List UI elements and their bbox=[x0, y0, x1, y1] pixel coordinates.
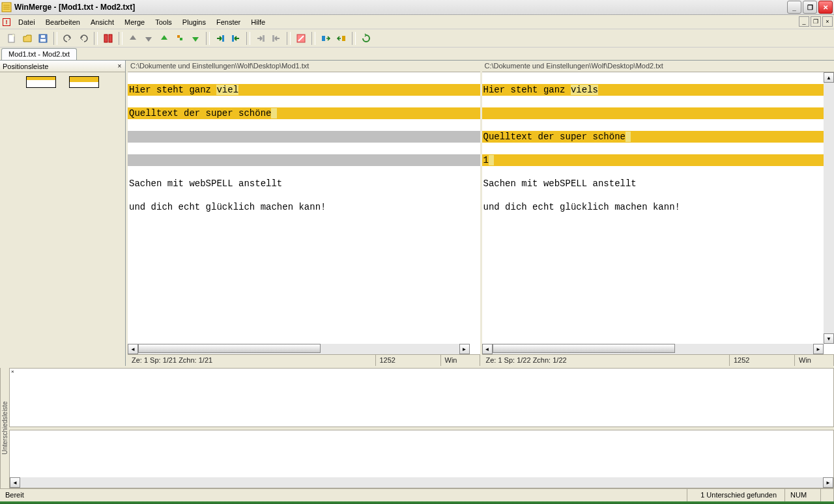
right-line-2: Quelltext der super schöne bbox=[483, 132, 626, 142]
right-line-3: Sachen mit webSPELL anstellt bbox=[482, 178, 835, 189]
right-hscroll-left-icon[interactable]: ◄ bbox=[482, 344, 493, 354]
app-icon bbox=[1, 2, 12, 12]
diff-detail-bottom[interactable]: ◄ ► bbox=[9, 430, 834, 489]
left-stat-cp: 1252 bbox=[376, 355, 441, 366]
diff-flag-icon[interactable] bbox=[173, 31, 187, 46]
left-statusbar: Ze: 1 Sp: 1/21 Zchn: 1/21 1252 Win bbox=[128, 354, 480, 366]
menu-plugins[interactable]: Plugins bbox=[177, 16, 211, 28]
undo-icon[interactable] bbox=[61, 31, 75, 46]
document-tab[interactable]: Mod1.txt - Mod2.txt bbox=[1, 48, 77, 60]
save-icon[interactable] bbox=[36, 31, 50, 46]
diff-down-icon[interactable] bbox=[141, 31, 156, 46]
status-ready: Bereit bbox=[0, 489, 687, 501]
right-vscroll-up-icon[interactable]: ▲ bbox=[824, 72, 834, 83]
left-path: C:\Dokumente und Einstellungen\Wolf\Desk… bbox=[128, 61, 480, 72]
svg-rect-13 bbox=[272, 35, 274, 42]
right-stat-pos: Ze: 1 Sp: 1/22 Zchn: 1/22 bbox=[482, 355, 730, 366]
copy-right-gray-icon[interactable] bbox=[253, 31, 268, 46]
left-hscroll-left-icon[interactable]: ◄ bbox=[128, 344, 138, 354]
menu-tools[interactable]: Tools bbox=[150, 16, 177, 28]
new-document-icon[interactable] bbox=[5, 31, 19, 46]
toolbar bbox=[0, 29, 834, 48]
workarea: Positionsleiste × C:\Dokumente und Einst… bbox=[0, 61, 834, 366]
diff-detail-hscrollbar[interactable]: ◄ ► bbox=[10, 477, 833, 488]
document-tabstrip: Mod1.txt - Mod2.txt bbox=[0, 48, 834, 61]
options-icon[interactable] bbox=[294, 31, 308, 46]
split-vertical-icon[interactable] bbox=[101, 31, 115, 46]
right-hscrollbar[interactable]: ◄ ► bbox=[482, 344, 824, 354]
left-line-1a: Hier steht ganz bbox=[129, 85, 216, 95]
diff-detail-close-icon[interactable]: × bbox=[11, 369, 18, 375]
location-panel-title: Positionsleiste bbox=[3, 63, 48, 70]
menu-fenster[interactable]: Fenster bbox=[211, 16, 246, 28]
diff-detail-hscroll-right-icon[interactable]: ► bbox=[823, 477, 833, 488]
compare-panes: C:\Dokumente und Einstellungen\Wolf\Desk… bbox=[126, 61, 834, 366]
all-left-icon[interactable] bbox=[334, 31, 349, 46]
diff-detail-label: Unterschiedsleiste bbox=[0, 368, 9, 488]
right-vscroll-down-icon[interactable]: ▼ bbox=[824, 333, 834, 344]
right-blank-1 bbox=[482, 107, 835, 119]
svg-rect-4 bbox=[40, 39, 46, 42]
menu-merge[interactable]: Merge bbox=[119, 16, 150, 28]
menubar-icon: ! bbox=[3, 18, 10, 26]
right-vscrollbar[interactable]: ▲ ▼ bbox=[824, 72, 834, 344]
left-line-4: und dich echt glücklich machen kann! bbox=[128, 201, 480, 213]
diff-down-green-icon[interactable] bbox=[188, 31, 203, 46]
left-editor[interactable]: Hier steht ganz viel Quelltext der super… bbox=[128, 72, 480, 236]
left-editor-wrap: Hier steht ganz viel Quelltext der super… bbox=[128, 72, 480, 354]
open-folder-icon[interactable] bbox=[20, 31, 35, 46]
left-hscrollbar[interactable]: ◄ ► bbox=[128, 344, 470, 354]
left-stat-eol: Win bbox=[441, 355, 480, 366]
copy-left-icon[interactable] bbox=[229, 31, 243, 46]
taskbar-sliver bbox=[0, 501, 834, 504]
redo-icon[interactable] bbox=[76, 31, 91, 46]
maximize-button[interactable]: ❐ bbox=[803, 1, 817, 14]
menu-datei[interactable]: Datei bbox=[13, 16, 40, 28]
diff-detail-top[interactable]: × bbox=[9, 368, 834, 427]
child-minimize-button[interactable]: _ bbox=[799, 16, 809, 27]
location-panel: Positionsleiste × bbox=[0, 61, 126, 366]
minimap-left[interactable] bbox=[26, 76, 56, 88]
titlebar: WinMerge - [Mod1.txt - Mod2.txt] _ ❐ ✕ bbox=[0, 0, 834, 15]
close-button[interactable]: ✕ bbox=[818, 1, 833, 14]
diff-detail-hscroll-left-icon[interactable]: ◄ bbox=[10, 477, 20, 488]
svg-rect-5 bbox=[41, 35, 45, 38]
right-editor[interactable]: Hier steht ganz viels Quelltext der supe… bbox=[482, 72, 835, 236]
svg-rect-16 bbox=[342, 36, 345, 41]
menu-bearbeiten[interactable]: Bearbeiten bbox=[40, 16, 85, 28]
all-right-icon[interactable] bbox=[319, 31, 333, 46]
child-restore-button[interactable]: ❐ bbox=[811, 16, 821, 27]
location-panel-close-icon[interactable]: × bbox=[115, 62, 124, 70]
right-hscroll-thumb[interactable] bbox=[493, 344, 675, 353]
location-panel-body[interactable] bbox=[0, 72, 125, 366]
refresh-icon[interactable] bbox=[359, 31, 373, 46]
menu-hilfe[interactable]: Hilfe bbox=[246, 16, 270, 28]
menu-ansicht[interactable]: Ansicht bbox=[85, 16, 119, 28]
right-path: C:\Dokumente und Einstellungen\Wolf\Desk… bbox=[482, 61, 835, 72]
svg-rect-12 bbox=[263, 35, 265, 42]
right-line-1b: viels bbox=[571, 85, 598, 95]
svg-rect-6 bbox=[104, 35, 108, 42]
status-numlock: NUM bbox=[785, 489, 821, 501]
menubar: ! Datei Bearbeiten Ansicht Merge Tools P… bbox=[0, 15, 834, 29]
left-pane: C:\Dokumente und Einstellungen\Wolf\Desk… bbox=[126, 61, 480, 366]
svg-rect-8 bbox=[177, 35, 180, 38]
left-hscroll-right-icon[interactable]: ► bbox=[459, 344, 470, 354]
copy-right-icon[interactable] bbox=[213, 31, 227, 46]
left-hscroll-thumb[interactable] bbox=[138, 344, 321, 353]
statusbar: Bereit 1 Unterschied gefunden NUM bbox=[0, 488, 834, 501]
right-hscroll-right-icon[interactable]: ► bbox=[813, 344, 824, 354]
minimap-right[interactable] bbox=[69, 76, 99, 88]
right-statusbar: Ze: 1 Sp: 1/22 Zchn: 1/22 1252 Win bbox=[482, 354, 835, 366]
copy-left-gray-icon[interactable] bbox=[269, 31, 283, 46]
left-blank-2 bbox=[128, 154, 480, 166]
right-stat-cp: 1252 bbox=[730, 355, 795, 366]
right-line-4: und dich echt glücklich machen kann! bbox=[482, 201, 835, 213]
svg-rect-11 bbox=[232, 35, 234, 42]
right-line-extra: 1 bbox=[483, 155, 489, 165]
minimize-button[interactable]: _ bbox=[787, 1, 801, 14]
svg-rect-9 bbox=[180, 38, 182, 40]
child-close-button[interactable]: × bbox=[822, 16, 833, 27]
diff-up-icon[interactable] bbox=[126, 31, 140, 46]
diff-up-green-icon[interactable] bbox=[157, 31, 171, 46]
